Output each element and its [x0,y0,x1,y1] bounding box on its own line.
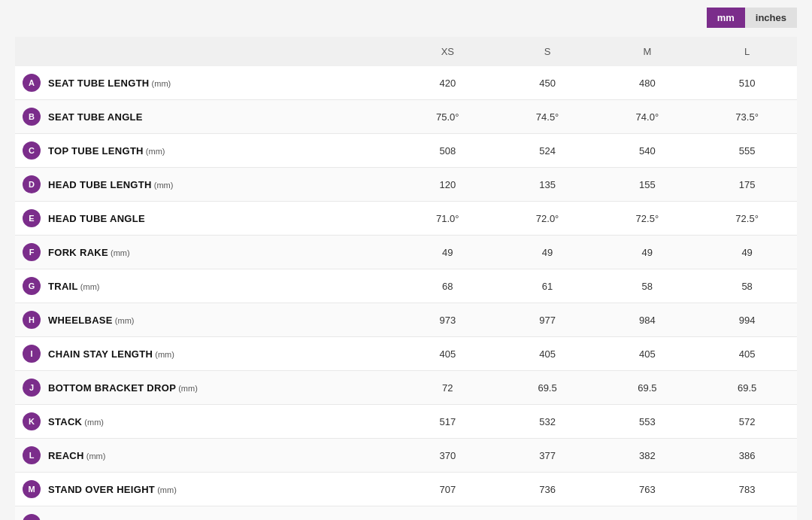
cell-l: 72.5° [697,202,797,236]
cell-xs: 72 [398,371,498,405]
cell-l: 572 [697,405,797,439]
table-row: GTRAIL (mm)68615858 [15,269,797,303]
row-label-unit: (mm) [84,452,106,461]
cell-xs: 405 [398,337,498,371]
label-cell-wrapper: LREACH (mm) [15,439,398,472]
row-label: SEAT TUBE ANGLE [48,111,143,123]
cell-xs: 68 [398,269,498,303]
geometry-table: XS S M L ASEAT TUBE LENGTH (mm)420450480… [15,37,797,520]
unit-toggle: mm inches [15,8,797,28]
row-label-text: TOP TUBE LENGTH [48,145,144,157]
cell-s: 977 [498,303,598,337]
row-label: REACH (mm) [48,450,105,461]
cell-s: 377 [498,439,598,473]
cell-s: 405 [498,337,598,371]
cell-s: 135 [498,168,598,202]
table-row: KSTACK (mm)517532553572 [15,405,797,439]
cell-l: 58 [697,269,797,303]
row-badge: D [23,175,41,193]
label-cell-wrapper: OSTEM LENGTH (mm) [15,506,398,520]
row-label: BOTTOM BRACKET DROP (mm) [48,382,198,394]
cell-xs: 49 [398,236,498,269]
header-m: M [597,37,697,66]
label-cell: ICHAIN STAY LENGTH (mm) [15,337,398,371]
cell-s: 74.5° [498,100,598,134]
row-label-text: STAND OVER HEIGHT [48,484,155,495]
row-label-text: WHEELBASE [48,315,113,326]
row-label-unit: (mm) [82,418,104,427]
cell-m: 984 [597,303,697,337]
row-badge: O [23,514,41,520]
table-row: DHEAD TUBE LENGTH (mm)120135155175 [15,168,797,202]
row-badge: J [23,379,41,397]
table-row: OSTEM LENGTH (mm)8090100110 [15,506,797,521]
cell-l: 175 [697,168,797,202]
cell-m: 553 [597,405,697,439]
label-cell-wrapper: JBOTTOM BRACKET DROP (mm) [15,371,398,404]
cell-m: 49 [597,236,697,269]
label-cell-wrapper: MSTAND OVER HEIGHT (mm) [15,473,398,506]
row-badge: K [23,412,41,430]
table-row: JBOTTOM BRACKET DROP (mm)7269.569.569.5 [15,371,797,405]
row-label-text: CHAIN STAY LENGTH [48,348,153,360]
cell-m: 100 [597,506,697,521]
label-cell-wrapper: DHEAD TUBE LENGTH (mm) [15,168,398,201]
row-label-unit: (mm) [152,181,174,190]
cell-s: 90 [498,506,598,521]
row-label-text: HEAD TUBE ANGLE [48,213,145,224]
table-header-row: XS S M L [15,37,797,66]
cell-s: 69.5 [498,371,598,405]
row-label-text: TRAIL [48,281,78,292]
label-cell-wrapper: KSTACK (mm) [15,405,398,438]
label-cell: JBOTTOM BRACKET DROP (mm) [15,371,398,405]
cell-m: 382 [597,439,697,473]
label-cell-wrapper: BSEAT TUBE ANGLE [15,100,398,133]
cell-xs: 707 [398,473,498,506]
row-badge: A [23,74,41,92]
row-label-unit: (mm) [108,248,130,257]
row-badge: L [23,446,41,464]
cell-m: 763 [597,473,697,506]
label-cell-wrapper: FFORK RAKE (mm) [15,236,398,269]
row-label-text: FORK RAKE [48,247,108,258]
row-label-text: SEAT TUBE ANGLE [48,111,143,123]
cell-m: 155 [597,168,697,202]
inches-button[interactable]: inches [745,8,797,28]
row-badge: C [23,141,41,160]
label-cell-wrapper: ASEAT TUBE LENGTH (mm) [15,66,398,99]
mm-button[interactable]: mm [707,8,745,28]
cell-l: 386 [697,439,797,473]
cell-s: 532 [498,405,598,439]
cell-xs: 973 [398,303,498,337]
label-cell: HWHEELBASE (mm) [15,303,398,337]
row-badge: B [23,108,41,126]
cell-s: 61 [498,269,598,303]
row-label: TOP TUBE LENGTH (mm) [48,145,165,157]
row-label: TRAIL (mm) [48,281,100,292]
cell-l: 555 [697,134,797,168]
label-cell: GTRAIL (mm) [15,269,398,303]
row-label-text: REACH [48,450,84,461]
table-row: HWHEELBASE (mm)973977984994 [15,303,797,337]
table-row: EHEAD TUBE ANGLE71.0°72.0°72.5°72.5° [15,202,797,236]
header-s: S [498,37,598,66]
row-label-unit: (mm) [113,316,135,325]
cell-s: 450 [498,66,598,100]
cell-s: 524 [498,134,598,168]
cell-l: 510 [697,66,797,100]
row-label-text: HEAD TUBE LENGTH [48,179,152,190]
cell-s: 72.0° [498,202,598,236]
label-cell-wrapper: CTOP TUBE LENGTH (mm) [15,134,398,167]
table-row: BSEAT TUBE ANGLE75.0°74.5°74.0°73.5° [15,100,797,134]
cell-xs: 120 [398,168,498,202]
row-label-text: STEM LENGTH [48,518,120,521]
label-cell: OSTEM LENGTH (mm) [15,506,398,521]
label-cell-wrapper: GTRAIL (mm) [15,269,398,303]
row-label-unit: (mm) [78,282,100,291]
label-cell-wrapper: ICHAIN STAY LENGTH (mm) [15,337,398,370]
row-label-unit: (mm) [144,147,165,156]
row-label-unit: (mm) [150,79,171,88]
row-label-unit: (mm) [155,485,177,494]
cell-m: 405 [597,337,697,371]
row-label: STACK (mm) [48,416,104,427]
